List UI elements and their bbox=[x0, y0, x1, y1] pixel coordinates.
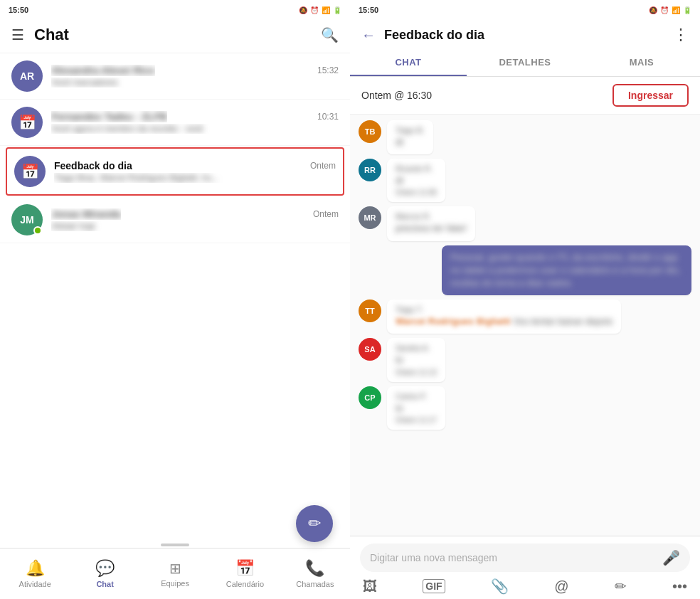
mention-icon[interactable]: @ bbox=[554, 578, 568, 595]
avatar-jm: JM bbox=[11, 204, 43, 235]
nav-item-chat[interactable]: 💬 Chat bbox=[70, 559, 139, 588]
left-panel: 15:50 🔕 ⏰ 📶 🔋 ☰ Chat 🔍 AR Хlexandra Alex… bbox=[0, 0, 350, 599]
msg-avatar-1: TB bbox=[359, 120, 381, 143]
chat-messages: TB Tiago B. dt RR Ricardo R. dt Ontem 11… bbox=[350, 115, 700, 536]
msg-text-4: Pessoal, gostei quando o ITL da escritór… bbox=[450, 251, 683, 290]
msg-sender-5: Tiago T. bbox=[396, 305, 612, 314]
msg-text-1: dt bbox=[396, 136, 425, 149]
nav-item-calendario[interactable]: 📅 Calendário bbox=[210, 559, 280, 588]
status-bar-left: 15:50 🔕 ⏰ 📶 🔋 bbox=[0, 0, 350, 20]
message-3: MR Marcos R. precisou ter falar! bbox=[359, 206, 691, 240]
tab-mais[interactable]: MAIS bbox=[583, 50, 700, 76]
chat-list: AR Хlexandra Alexei Rico 15:32 Você marc… bbox=[0, 53, 350, 541]
conversation-title: Feedback do dia bbox=[384, 28, 673, 43]
attachment-icon[interactable]: 📎 bbox=[491, 578, 509, 595]
nav-item-equipes[interactable]: ⊞ Equipes bbox=[140, 560, 210, 588]
image-attach-icon[interactable]: 🖼 bbox=[363, 578, 377, 595]
compose-button[interactable]: ✏ bbox=[296, 505, 333, 542]
compose-icon: ✏ bbox=[308, 514, 321, 533]
chat-time-ar: 15:32 bbox=[317, 65, 339, 75]
format-icon[interactable]: ✏ bbox=[615, 578, 627, 595]
msg-bubble-1: Tiago B. dt bbox=[387, 120, 433, 154]
tab-detalhes[interactable]: DETALHES bbox=[467, 50, 583, 76]
msg-sender-2: Ricardo R. bbox=[396, 164, 437, 173]
search-icon[interactable]: 🔍 bbox=[321, 26, 339, 43]
msg-avatar-6: SA bbox=[359, 338, 381, 361]
chat-name-ar: Хlexandra Alexei Rico bbox=[51, 65, 155, 76]
chat-time-cal1: 10:31 bbox=[317, 112, 339, 122]
atividade-label: Atividade bbox=[19, 580, 51, 588]
chat-nav-label: Chat bbox=[96, 580, 113, 588]
message-1: TB Tiago B. dt bbox=[359, 120, 691, 154]
chat-preview-feedback: Tiago Braz, Warcei Rodrigues Bigliatti, … bbox=[54, 173, 336, 183]
message-input-placeholder[interactable]: Digitar uma nova mensagem bbox=[370, 552, 662, 563]
msg-text-7: to bbox=[396, 402, 437, 415]
chat-time-jm: Ontem bbox=[313, 209, 339, 219]
message-2: RR Ricardo R. dt Ontem 11:06 bbox=[359, 159, 691, 202]
chamadas-label: Chamadas bbox=[296, 580, 334, 588]
gif-icon[interactable]: GIF bbox=[423, 579, 445, 593]
equipes-icon: ⊞ bbox=[169, 560, 181, 577]
hamburger-icon[interactable]: ☰ bbox=[11, 26, 24, 43]
chamadas-icon: 📞 bbox=[305, 559, 324, 578]
avatar-ar: AR bbox=[11, 60, 43, 92]
msg-bubble-6: Sandra A. to Ontem 11:13 bbox=[387, 338, 445, 381]
tab-chat[interactable]: CHAT bbox=[350, 50, 467, 76]
message-6: SA Sandra A. to Ontem 11:13 bbox=[359, 338, 691, 381]
msg-avatar-3: MR bbox=[359, 206, 381, 229]
msg-sender-7: Carlos P. bbox=[396, 392, 437, 401]
page-title: Chat bbox=[34, 26, 69, 44]
msg-bubble-2: Ricardo R. dt Ontem 11:06 bbox=[387, 159, 445, 202]
status-bar-right: 15:50 🔕 ⏰ 📶 🔋 bbox=[350, 0, 700, 20]
msg-avatar-2: RR bbox=[359, 159, 381, 181]
message-7: CP Carlos P. to Ontem 11:17 bbox=[359, 386, 691, 430]
header-left: ☰ Chat bbox=[11, 26, 69, 44]
equipes-label: Equipes bbox=[161, 579, 189, 588]
message-toolbar: 🖼 GIF 📎 @ ✏ ••• bbox=[360, 578, 690, 595]
chat-name-jm: Jonas Miranda bbox=[51, 208, 121, 220]
chat-item-cal1[interactable]: 📅 Fernandes Tadeu - ZLFB 10:31 Você agor… bbox=[0, 100, 350, 146]
chat-content-feedback: Feedback do dia Ontem Tiago Braz, Warcei… bbox=[54, 160, 336, 183]
msg-bubble-3: Marcos R. precisou ter falar! bbox=[387, 206, 475, 240]
msg-text-5: Warcei Rodrigues Bigliatti Vou tentar ba… bbox=[396, 315, 612, 328]
status-icons-right: 🔕 ⏰ 📶 🔋 bbox=[649, 6, 691, 14]
msg-text-3: precisou ter falar! bbox=[396, 222, 467, 235]
msg-text-6: to bbox=[396, 354, 437, 366]
chat-preview-ar: Você marcadores bbox=[51, 78, 339, 88]
more-options-icon[interactable]: ⋮ bbox=[673, 26, 689, 44]
status-icons-left: 🔕 ⏰ 📶 🔋 bbox=[299, 6, 341, 14]
atividade-icon: 🔔 bbox=[26, 559, 45, 578]
msg-sender-3: Marcos R. bbox=[396, 212, 467, 221]
message-input-row[interactable]: Digitar uma nova mensagem 🎤 bbox=[360, 544, 690, 572]
right-panel: 15:50 🔕 ⏰ 📶 🔋 ← Feedback do dia ⋮ CHAT D… bbox=[350, 0, 700, 599]
mic-icon[interactable]: 🎤 bbox=[662, 549, 680, 566]
nav-item-atividade[interactable]: 🔔 Atividade bbox=[0, 559, 70, 588]
calendario-label: Calendário bbox=[226, 580, 264, 588]
chat-item-feedback[interactable]: 📅 Feedback do dia Ontem Tiago Braz, Warc… bbox=[6, 147, 344, 196]
back-icon[interactable]: ← bbox=[361, 27, 376, 43]
scroll-handle bbox=[161, 544, 189, 546]
ingressar-button[interactable]: Ingressar bbox=[612, 84, 689, 107]
avatar-cal1: 📅 bbox=[11, 107, 43, 138]
chat-content-ar: Хlexandra Alexei Rico 15:32 Você marcado… bbox=[51, 65, 339, 88]
chat-item-jm[interactable]: JM Jonas Miranda Ontem Alistair hoje bbox=[0, 197, 350, 243]
msg-sender-1: Tiago B. bbox=[396, 126, 425, 134]
msg-bubble-5: Tiago T. Warcei Rodrigues Bigliatti Vou … bbox=[387, 300, 621, 334]
msg-time-7: Ontem 11:17 bbox=[396, 416, 437, 424]
more-tools-icon[interactable]: ••• bbox=[672, 578, 687, 595]
chat-name-feedback: Feedback do dia bbox=[54, 160, 132, 171]
tabs-bar: CHAT DETALHES MAIS bbox=[350, 50, 700, 77]
online-dot-jm bbox=[33, 226, 42, 235]
msg-bubble-4: Pessoal, gostei quando o ITL da escritór… bbox=[442, 245, 691, 296]
nav-item-chamadas[interactable]: 📞 Chamadas bbox=[280, 559, 350, 588]
chat-nav-icon: 💬 bbox=[95, 559, 115, 578]
time-left: 15:50 bbox=[9, 6, 28, 14]
chat-item-ar[interactable]: AR Хlexandra Alexei Rico 15:32 Você marc… bbox=[0, 53, 350, 100]
calendario-icon: 📅 bbox=[235, 559, 255, 578]
chat-content-cal1: Fernandes Tadeu - ZLFB 10:31 Você agora … bbox=[51, 111, 339, 134]
chat-time-feedback: Ontem bbox=[310, 161, 336, 171]
msg-time-2: Ontem 11:06 bbox=[396, 189, 437, 196]
msg-avatar-7: CP bbox=[359, 386, 381, 409]
avatar-feedback: 📅 bbox=[14, 156, 46, 187]
bottom-nav: 🔔 Atividade 💬 Chat ⊞ Equipes 📅 Calendári… bbox=[0, 548, 350, 599]
